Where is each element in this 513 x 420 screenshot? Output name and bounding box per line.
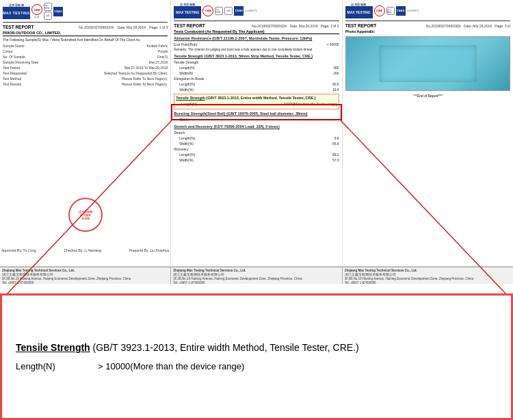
photo-section-title: Photo Appendix: xyxy=(345,29,510,34)
field-test-period: Test Period Mar.27,2019 To Mar.29,2019 xyxy=(3,66,168,70)
page1-content: The Following Sample(S) Was / Were Submi… xyxy=(3,38,168,87)
logo-group-3: 迈克思检测 MAX TESTING CMA dac-MRA CNAS L1136… xyxy=(345,3,419,18)
page-2: 迈克思检测 MAX TESTING CMA dac-MRA ILAC CNAS … xyxy=(171,0,342,266)
page2-content: Abrasion Resistance (GB/T 21196.2-2007, … xyxy=(174,36,339,163)
badge-1a: dac-MRA xyxy=(44,3,52,11)
stretch-title: Stretch and Recovery (FZ/T 70006-2004 Lo… xyxy=(174,124,339,130)
badge-2b: ILAC xyxy=(224,7,233,15)
end-of-report: ***End of Report*** xyxy=(345,94,510,98)
signatures: Approved By: Yu Cong Checked By: Li Haix… xyxy=(1,248,169,252)
tensile-title-2: Tensile Strength (GB/T 3923.1-2013, Enti… xyxy=(176,96,337,101)
tests-conducted-header: Tests Conducted (As Requested By The App… xyxy=(174,29,339,34)
page1-title: TEST REPORT xyxy=(3,25,34,29)
cnas-logo-2: CNAS xyxy=(234,6,244,16)
max-testing-logo-1: 迈克思检测 MAX TESTING xyxy=(3,3,30,19)
field-colour: Colour Purple xyxy=(3,49,168,54)
zoom-data-row: Length(N) > 10000(More than the device r… xyxy=(16,361,497,371)
page2-title: TEST REPORT xyxy=(174,23,205,28)
tensile-title-1: Tensile Strength (GB/T 3923.1-2013, 50mm… xyxy=(174,54,339,60)
page1-title-row: TEST REPORT No.2019032709601EN Date: Mar… xyxy=(3,25,168,29)
page2-title-row: TEST REPORT No.2019032709601EN Date: Mar… xyxy=(174,23,339,28)
footer-col-3: Zhejiang Max Testing Technical Services … xyxy=(343,267,513,284)
page2-header: 迈克思检测 MAX TESTING CMA dac-MRA ILAC CNAS … xyxy=(174,3,339,21)
cnas-logo-1: CNAS xyxy=(53,7,63,16)
page-1: 迈克思检测 MAX TESTING CMA 认 证 dac-MRA ILAC C… xyxy=(0,0,171,266)
document-area: 迈克思检测 MAX TESTING CMA 认 证 dac-MRA ILAC C… xyxy=(0,0,513,267)
end-point-rub: End Point(Rub) > 50000 xyxy=(174,42,339,47)
page2-meta: No.2019032709601EN Date: Mar.29,2019 Pag… xyxy=(252,24,339,28)
badge-2a: dac-MRA xyxy=(215,7,223,15)
logo-group-1: 迈克思检测 MAX TESTING CMA 认 证 dac-MRA ILAC C… xyxy=(3,3,63,20)
cma-logo-3: CMA xyxy=(374,5,385,16)
max-testing-logo-3: 迈克思检测 MAX TESTING xyxy=(345,3,373,18)
badge-3a: dac-MRA xyxy=(386,7,395,15)
page1-meta: No.2019032709601EN Date: Mar.29,2019 Pag… xyxy=(79,25,168,29)
red-stamp: 迈克思检测技术服务专用章 xyxy=(68,198,103,232)
cma-logo-2: CMA xyxy=(202,5,213,16)
abrasion-title: Abrasion Resistance (GB/T 21196.2-2007, … xyxy=(174,36,339,42)
zoom-box: Tensile Strength (GB/T 3923.1-2013, Enti… xyxy=(0,293,513,420)
field-test-requested: Test Requested Selected Tests(s) As Requ… xyxy=(3,71,168,76)
photo-box xyxy=(345,36,510,91)
page-3: 迈克思检测 MAX TESTING CMA dac-MRA CNAS L1136… xyxy=(343,0,513,266)
max-testing-logo-2: 迈克思检测 MAX TESTING xyxy=(174,3,201,18)
field-test-method: Test Method Please Refer To Next Page(s)… xyxy=(3,77,168,81)
badge-1b: ILAC xyxy=(44,12,52,20)
cnas-logo-3: CNAS xyxy=(396,6,406,16)
field-sample-name: Sample Name Knitted Fabric xyxy=(3,44,168,49)
abrasion-remarks: Remarks: The criterion for judging end p… xyxy=(174,48,339,52)
page3-title: TEST REPORT xyxy=(345,23,377,28)
page1-company: PRIOR-OUTDOOR CO., LIMITED. xyxy=(3,31,168,36)
field-receiving-date: Sample Receiving Date Mar.27,2019 xyxy=(3,60,168,65)
page3-title-row: TEST REPORT No.2019032709601EN Date: Mar… xyxy=(345,23,510,28)
highlight-box-page2 xyxy=(171,104,341,120)
field-no-of-sample: No. Of Sample One(1) xyxy=(3,55,168,60)
footer-col-2: Zhejiang Max Testing Technical Services … xyxy=(171,267,342,284)
zoom-title: Tensile Strength (GB/T 3923.1-2013, Enti… xyxy=(16,342,497,353)
footer-col-1: Zhejiang Max Testing Technical Services … xyxy=(0,267,171,284)
page1-header: 迈克思检测 MAX TESTING CMA 认 证 dac-MRA ILAC C… xyxy=(3,3,168,23)
footer: Zhejiang Max Testing Technical Services … xyxy=(0,267,513,284)
page3-header: 迈克思检测 MAX TESTING CMA dac-MRA CNAS L1136… xyxy=(345,3,510,21)
page1-fields: Sample Name Knitted Fabric Colour Purple… xyxy=(3,44,168,87)
field-test-results: Test Results Please Refer To Next Page(s… xyxy=(3,82,168,87)
logo-group-2: 迈克思检测 MAX TESTING CMA dac-MRA ILAC CNAS … xyxy=(174,3,257,18)
cma-logo-1: CMA xyxy=(31,4,42,15)
